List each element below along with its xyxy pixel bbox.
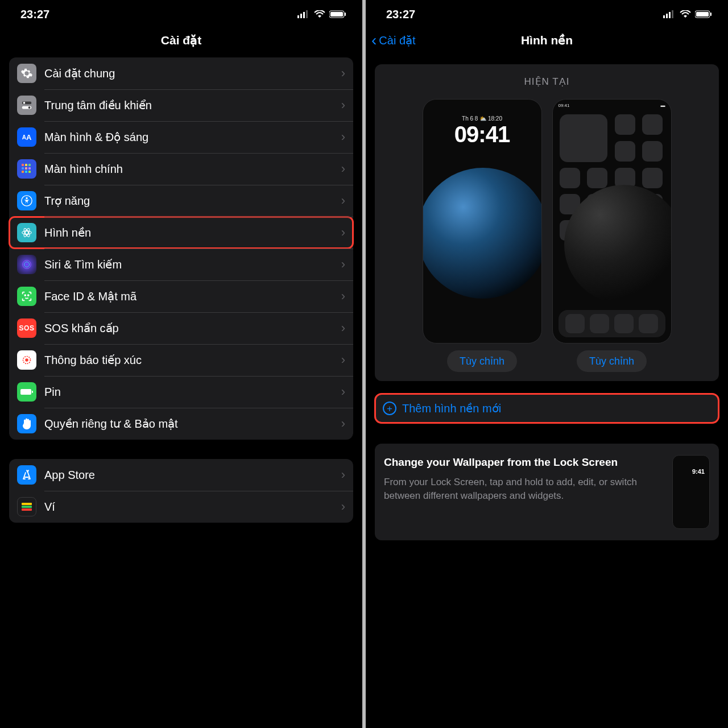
row-label: Face ID & Mật mã [44, 289, 341, 303]
wifi-icon [680, 8, 691, 21]
status-time: 23:27 [386, 8, 415, 21]
nav-header: Cài đặt [0, 26, 362, 57]
row-home-screen[interactable]: Màn hình chính › [9, 153, 353, 185]
lock-thumb: Th 6 8 ⛅ 18:20 09:41 [423, 99, 542, 344]
row-accessibility[interactable]: Trợ năng › [9, 185, 353, 217]
svg-rect-2 [303, 12, 305, 18]
row-label: Quyền riêng tư & Bảo mật [44, 417, 341, 431]
svg-rect-1 [300, 14, 302, 18]
status-time: 23:27 [20, 8, 49, 21]
sos-icon: SOS [17, 318, 36, 338]
settings-screen: 23:27 Cài đặt Cài đặt chung › [0, 0, 362, 728]
dock [559, 310, 665, 337]
tip-desc: From your Lock Screen, tap and hold to a… [384, 475, 663, 503]
row-privacy[interactable]: Quyền riêng tư & Bảo mật › [9, 408, 353, 440]
customize-lock-button[interactable]: Tùy chỉnh [447, 350, 517, 372]
row-control-center[interactable]: Trung tâm điều khiển › [9, 89, 353, 121]
add-wallpaper-button[interactable]: + Thêm hình nền mới [375, 394, 719, 423]
svg-rect-11 [22, 164, 24, 166]
grid-icon [17, 159, 36, 179]
row-label: Cài đặt chung [44, 67, 341, 80]
nav-header: ‹ Cài đặt Hình nền [366, 26, 728, 57]
row-exposure[interactable]: Thông báo tiếp xúc › [9, 344, 353, 376]
chevron-right-icon: › [341, 193, 345, 208]
chevron-right-icon: › [341, 257, 345, 272]
chevron-right-icon: › [341, 499, 345, 514]
battery-icon [329, 8, 346, 21]
svg-rect-38 [666, 14, 668, 18]
earth-graphic [423, 168, 542, 299]
svg-rect-0 [297, 15, 299, 18]
row-label: Thông báo tiếp xúc [44, 353, 341, 367]
svg-point-29 [28, 295, 29, 296]
chevron-right-icon: › [341, 468, 345, 482]
page-title: Cài đặt [161, 34, 201, 47]
row-label: SOS khẩn cấp [44, 321, 341, 335]
svg-rect-14 [22, 167, 24, 169]
battery-icon [695, 8, 712, 21]
svg-rect-17 [22, 171, 24, 173]
chevron-right-icon: › [341, 66, 345, 81]
home-screen-preview[interactable]: 09:41▬ Tùy chỉnh [552, 99, 672, 372]
row-wallet[interactable]: Ví › [9, 491, 353, 523]
lock-screen-preview[interactable]: Th 6 8 ⛅ 18:20 09:41 Tùy chỉnh [423, 99, 542, 372]
tip-thumb-time: 9:41 [692, 468, 705, 475]
chevron-right-icon: › [341, 353, 345, 367]
wifi-icon [314, 8, 325, 21]
lock-clock: 09:41 [423, 122, 541, 147]
wallpaper-content[interactable]: HIỆN TẠI Th 6 8 ⛅ 18:20 09:41 Tùy chỉnh … [366, 57, 728, 728]
settings-group-main: Cài đặt chung › Trung tâm điều khiển › A… [9, 57, 353, 440]
svg-rect-42 [696, 12, 709, 16]
chevron-right-icon: › [341, 289, 345, 304]
svg-rect-37 [663, 15, 665, 18]
row-siri[interactable]: Siri & Tìm kiếm › [9, 249, 353, 280]
svg-point-31 [25, 358, 28, 362]
row-faceid[interactable]: Face ID & Mật mã › [9, 280, 353, 312]
chevron-right-icon: › [341, 321, 345, 336]
row-general[interactable]: Cài đặt chung › [9, 57, 353, 89]
tip-title: Change your Wallpaper from the Lock Scre… [384, 455, 663, 470]
svg-point-21 [26, 197, 27, 199]
svg-point-8 [23, 102, 26, 104]
wallpaper-screen: 23:27 ‹ Cài đặt Hình nền HIỆN TẠI [366, 0, 728, 728]
row-wallpaper[interactable]: Hình nền › [9, 217, 353, 249]
page-title: Hình nền [521, 34, 573, 47]
settings-list[interactable]: Cài đặt chung › Trung tâm điều khiển › A… [0, 57, 362, 728]
chevron-right-icon: › [341, 130, 345, 144]
svg-point-27 [24, 262, 29, 267]
row-display[interactable]: AA Màn hình & Độ sáng › [9, 121, 353, 153]
svg-rect-12 [25, 164, 27, 166]
chevron-right-icon: › [341, 384, 345, 399]
row-appstore[interactable]: App Store › [9, 459, 353, 491]
row-sos[interactable]: SOS SOS khẩn cấp › [9, 312, 353, 344]
tip-thumb: 9:41 [672, 455, 710, 529]
home-thumb: 09:41▬ [552, 99, 672, 344]
exposure-icon [17, 350, 36, 370]
svg-rect-5 [330, 12, 343, 16]
svg-point-10 [28, 106, 31, 109]
settings-group-store: App Store › Ví › [9, 459, 353, 523]
text-size-icon: AA [17, 127, 36, 147]
status-bar: 23:27 [366, 0, 728, 26]
svg-rect-16 [28, 167, 31, 169]
svg-rect-32 [20, 389, 31, 395]
row-label: Pin [44, 386, 341, 399]
cellular-icon [663, 8, 676, 21]
chevron-right-icon: › [341, 225, 345, 240]
current-wallpaper-section: HIỆN TẠI Th 6 8 ⛅ 18:20 09:41 Tùy chỉnh … [375, 64, 719, 381]
svg-rect-13 [28, 164, 31, 166]
svg-rect-35 [22, 506, 32, 508]
back-button[interactable]: ‹ Cài đặt [371, 31, 416, 49]
row-label: Hình nền [44, 226, 341, 239]
status-bar: 23:27 [0, 0, 362, 26]
svg-rect-6 [345, 13, 346, 16]
row-battery[interactable]: Pin › [9, 376, 353, 408]
svg-rect-33 [32, 391, 33, 393]
svg-rect-15 [25, 167, 27, 169]
row-label: App Store [44, 469, 341, 482]
svg-rect-19 [28, 171, 31, 173]
row-label: Trung tâm điều khiển [44, 98, 341, 112]
chevron-left-icon: ‹ [371, 31, 377, 49]
customize-home-button[interactable]: Tùy chỉnh [577, 350, 647, 372]
plus-circle-icon: + [383, 402, 396, 415]
